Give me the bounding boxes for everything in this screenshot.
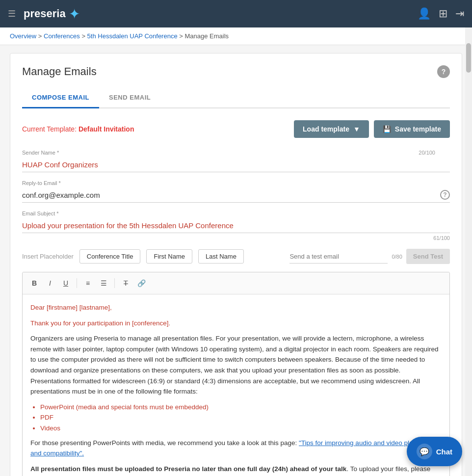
- header-left: ☰ preseria✦: [8, 6, 80, 22]
- tips-link[interactable]: "Tips for improving audio and video play…: [30, 439, 430, 457]
- reply-email-info-icon[interactable]: ?: [440, 190, 450, 200]
- header: ☰ preseria✦ 👤 ⊞ ⇥: [0, 0, 472, 27]
- scrollbar-track[interactable]: [465, 27, 472, 476]
- link-button[interactable]: 🔗: [134, 276, 148, 290]
- sender-name-field: Sender Name * 20/100: [22, 150, 450, 172]
- placeholder-conference-title[interactable]: Conference Title: [79, 249, 141, 264]
- breadcrumb-current: Manage Emails: [184, 32, 229, 40]
- header-icons: 👤 ⊞ ⇥: [418, 7, 464, 20]
- placeholder-first-name[interactable]: First Name: [146, 249, 192, 264]
- test-email-input[interactable]: [289, 250, 388, 264]
- editor-greeting: Dear [firstname] [lastname],: [30, 302, 442, 313]
- toolbar-separator-1: [77, 278, 77, 288]
- current-template-name: Default Invitation: [79, 125, 134, 133]
- editor-formats-list: PowerPoint (media and special fonts must…: [40, 402, 442, 434]
- send-test-button[interactable]: Send Test: [406, 249, 450, 264]
- breadcrumb-conference-name[interactable]: 5th Hessdalen UAP Conference: [87, 32, 178, 40]
- breadcrumb-sep1: >: [38, 32, 44, 40]
- reply-email-field: Reply-to Email * ?: [22, 180, 450, 203]
- tabs: COMPOSE EMAIL SEND EMAIL: [22, 88, 450, 108]
- current-template-prefix: Current Template:: [22, 125, 77, 133]
- breadcrumb-overview[interactable]: Overview: [10, 32, 36, 40]
- scrollbar-thumb[interactable]: [466, 43, 471, 73]
- format-item-1: PowerPoint (media and special fonts must…: [40, 402, 442, 413]
- bold-button[interactable]: B: [27, 276, 41, 290]
- format-item-2: PDF: [40, 412, 442, 423]
- template-row: Current Template: Default Invitation Loa…: [22, 120, 450, 138]
- dropdown-arrow-icon: ▼: [353, 125, 360, 133]
- placeholder-row: Insert Placeholder Conference Title Firs…: [22, 249, 450, 264]
- load-template-label: Load template: [303, 125, 349, 133]
- user-icon[interactable]: 👤: [418, 7, 431, 20]
- test-email-area: 0/80 Send Test: [289, 249, 450, 264]
- breadcrumb-sep2: >: [81, 32, 87, 40]
- email-editor: B I U ≡ ☰ T̶ 🔗 Dear [firstname] [lastnam…: [22, 272, 450, 476]
- email-subject-field: Email Subject * 61/100: [22, 211, 450, 241]
- editor-toolbar: B I U ≡ ☰ T̶ 🔗: [23, 272, 449, 294]
- sender-name-input[interactable]: [22, 158, 450, 172]
- chat-label: Chat: [436, 448, 452, 456]
- ordered-list-button[interactable]: ≡: [81, 276, 95, 290]
- editor-body[interactable]: Dear [firstname] [lastname], Thank you f…: [23, 294, 449, 476]
- load-template-button[interactable]: Load template ▼: [294, 120, 369, 138]
- unordered-list-button[interactable]: ☰: [97, 276, 110, 290]
- sender-name-char-count: 20/100: [419, 150, 435, 156]
- underline-button[interactable]: U: [59, 276, 73, 290]
- toolbar-separator-2: [114, 278, 115, 288]
- grid-icon[interactable]: ⊞: [439, 7, 447, 20]
- template-buttons: Load template ▼ 💾 Save template: [294, 120, 450, 138]
- editor-para2: For those presenting PowerPoints with me…: [30, 438, 442, 459]
- chat-button[interactable]: 💬 Chat: [407, 437, 462, 466]
- help-icon[interactable]: ?: [437, 65, 450, 78]
- logo-text: preseria: [24, 7, 66, 20]
- email-subject-input[interactable]: [22, 218, 450, 233]
- editor-para3-bold: All presentation files must be uploaded …: [30, 465, 346, 473]
- tab-send-email[interactable]: SEND EMAIL: [99, 88, 160, 108]
- test-email-count: 0/80: [392, 254, 402, 260]
- save-template-label: Save template: [395, 125, 441, 133]
- logo-symbol: ✦: [69, 6, 80, 22]
- main-container: Manage Emails ? COMPOSE EMAIL SEND EMAIL…: [10, 53, 462, 476]
- italic-button[interactable]: I: [43, 276, 57, 290]
- editor-intro: Thank you for your participation in [con…: [30, 318, 442, 329]
- logout-icon[interactable]: ⇥: [455, 7, 464, 20]
- reply-email-label: Reply-to Email *: [22, 180, 450, 186]
- clear-format-button[interactable]: T̶: [119, 276, 132, 290]
- editor-para1: Organizers are using Preseria to manage …: [30, 333, 442, 397]
- placeholder-last-name[interactable]: Last Name: [198, 249, 244, 264]
- sender-name-label: Sender Name *: [22, 150, 450, 156]
- breadcrumb-sep3: >: [179, 32, 184, 40]
- email-subject-label: Email Subject *: [22, 211, 450, 216]
- logo: preseria✦: [24, 6, 80, 22]
- save-template-button[interactable]: 💾 Save template: [374, 120, 450, 138]
- current-template-info: Current Template: Default Invitation: [22, 125, 134, 133]
- hamburger-icon[interactable]: ☰: [8, 8, 16, 19]
- page-header: Manage Emails ?: [22, 65, 450, 78]
- page-title: Manage Emails: [22, 65, 97, 78]
- tab-compose-email[interactable]: COMPOSE EMAIL: [22, 88, 99, 108]
- chat-icon: 💬: [417, 444, 432, 459]
- format-item-3: Videos: [40, 423, 442, 434]
- insert-placeholder-label: Insert Placeholder: [22, 253, 74, 260]
- editor-para3: All presentation files must be uploaded …: [30, 464, 442, 476]
- breadcrumb-conferences[interactable]: Conferences: [44, 32, 80, 40]
- reply-email-input[interactable]: [22, 188, 450, 203]
- breadcrumb: Overview > Conferences > 5th Hessdalen U…: [0, 27, 472, 45]
- floppy-icon: 💾: [383, 125, 391, 133]
- email-subject-char-count: 61/100: [22, 235, 450, 241]
